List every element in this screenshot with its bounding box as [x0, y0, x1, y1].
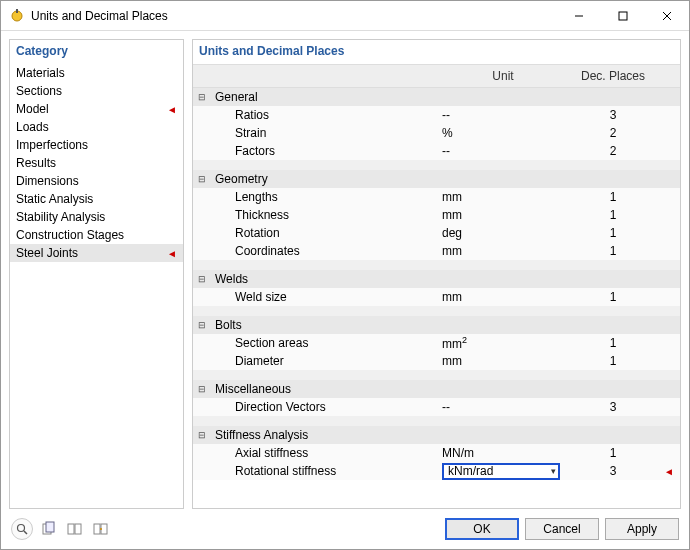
collapse-icon[interactable]: ⊟ [193, 275, 211, 284]
decplaces-cell[interactable]: 2 [568, 126, 658, 140]
setting-row: Coordinatesmm1 [193, 242, 680, 260]
decplaces-cell[interactable]: 1 [568, 446, 658, 460]
titlebar: Units and Decimal Places [1, 1, 689, 31]
unit-cell[interactable]: mm [438, 354, 568, 368]
setting-name: Strain [211, 126, 438, 140]
copy-settings-icon[interactable] [65, 519, 85, 539]
category-label: Stability Analysis [16, 210, 105, 224]
group-name: Miscellaneous [211, 382, 438, 396]
category-item[interactable]: Materials [10, 64, 183, 82]
category-item[interactable]: Construction Stages [10, 226, 183, 244]
setting-row: Axial stiffnessMN/m1 [193, 444, 680, 462]
group-row[interactable]: ⊟Geometry [193, 170, 680, 188]
category-item[interactable]: Sections [10, 82, 183, 100]
unit-dropdown[interactable]: kNm/rad▾ [442, 463, 560, 480]
category-item[interactable]: Imperfections [10, 136, 183, 154]
modified-marker-icon: ◄ [167, 104, 177, 115]
unit-cell[interactable]: % [438, 126, 568, 140]
decplaces-cell[interactable]: 2 [568, 144, 658, 158]
setting-name: Rotation [211, 226, 438, 240]
category-label: Sections [16, 84, 62, 98]
settings-header: Units and Decimal Places [193, 40, 680, 64]
decplaces-cell[interactable]: 1 [568, 208, 658, 222]
decplaces-cell[interactable]: 1 [568, 354, 658, 368]
category-item[interactable]: Results [10, 154, 183, 172]
collapse-icon[interactable]: ⊟ [193, 431, 211, 440]
setting-row: Direction Vectors--3 [193, 398, 680, 416]
group-name: Welds [211, 272, 438, 286]
decplaces-cell[interactable]: 1 [568, 336, 658, 350]
unit-cell[interactable]: mm [438, 290, 568, 304]
modified-marker-icon: ◄ [167, 248, 177, 259]
unit-cell[interactable]: mm [438, 208, 568, 222]
load-profile-icon[interactable] [39, 519, 59, 539]
group-row[interactable]: ⊟Welds [193, 270, 680, 288]
category-item[interactable]: Stability Analysis [10, 208, 183, 226]
close-button[interactable] [645, 1, 689, 30]
unit-cell[interactable]: kNm/rad▾ [438, 463, 568, 480]
setting-name: Diameter [211, 354, 438, 368]
setting-row: Ratios--3 [193, 106, 680, 124]
minimize-button[interactable] [557, 1, 601, 30]
setting-row: Rotationdeg1 [193, 224, 680, 242]
unit-cell[interactable]: deg [438, 226, 568, 240]
svg-rect-3 [619, 12, 627, 20]
maximize-button[interactable] [601, 1, 645, 30]
unit-cell[interactable]: mm [438, 190, 568, 204]
setting-row: Factors--2 [193, 142, 680, 160]
category-label: Loads [16, 120, 49, 134]
decplaces-cell[interactable]: 1 [568, 226, 658, 240]
group-row[interactable]: ⊟Bolts [193, 316, 680, 334]
setting-row: Strain%2 [193, 124, 680, 142]
decplaces-cell[interactable]: 1 [568, 244, 658, 258]
setting-name: Axial stiffness [211, 446, 438, 460]
group-name: General [211, 90, 438, 104]
unit-cell[interactable]: mm2 [438, 335, 568, 351]
paste-settings-icon[interactable] [91, 519, 111, 539]
decplaces-cell[interactable]: 3 [568, 400, 658, 414]
group-row[interactable]: ⊟Stiffness Analysis [193, 426, 680, 444]
collapse-icon[interactable]: ⊟ [193, 175, 211, 184]
group-row[interactable]: ⊟General [193, 88, 680, 106]
setting-name: Section areas [211, 336, 438, 350]
decplaces-cell[interactable]: 1 [568, 290, 658, 304]
dialog-window: Units and Decimal Places Category Materi… [0, 0, 690, 550]
unit-cell[interactable]: mm [438, 244, 568, 258]
category-label: Steel Joints [16, 246, 78, 260]
setting-row: Lengthsmm1 [193, 188, 680, 206]
unit-cell[interactable]: MN/m [438, 446, 568, 460]
category-item[interactable]: Model◄ [10, 100, 183, 118]
collapse-icon[interactable]: ⊟ [193, 93, 211, 102]
setting-name: Thickness [211, 208, 438, 222]
app-icon [9, 8, 25, 24]
group-name: Stiffness Analysis [211, 428, 438, 442]
decplaces-cell[interactable]: 3 [568, 464, 658, 478]
category-item[interactable]: Steel Joints◄ [10, 244, 183, 262]
apply-button[interactable]: Apply [605, 518, 679, 540]
svg-line-7 [24, 531, 27, 534]
category-label: Model [16, 102, 49, 116]
category-label: Imperfections [16, 138, 88, 152]
collapse-icon[interactable]: ⊟ [193, 385, 211, 394]
chevron-down-icon: ▾ [551, 466, 556, 476]
category-item[interactable]: Dimensions [10, 172, 183, 190]
search-icon[interactable] [11, 518, 33, 540]
category-list: MaterialsSectionsModel◄LoadsImperfection… [10, 64, 183, 262]
category-item[interactable]: Loads [10, 118, 183, 136]
setting-row: Rotational stiffnesskNm/rad▾3◄ [193, 462, 680, 480]
window-title: Units and Decimal Places [31, 9, 557, 23]
decplaces-cell[interactable]: 3 [568, 108, 658, 122]
setting-row: Diametermm1 [193, 352, 680, 370]
cancel-button[interactable]: Cancel [525, 518, 599, 540]
group-row[interactable]: ⊟Miscellaneous [193, 380, 680, 398]
svg-rect-12 [94, 524, 100, 534]
category-label: Static Analysis [16, 192, 93, 206]
category-item[interactable]: Static Analysis [10, 190, 183, 208]
collapse-icon[interactable]: ⊟ [193, 321, 211, 330]
unit-cell[interactable]: -- [438, 400, 568, 414]
decplaces-cell[interactable]: 1 [568, 190, 658, 204]
setting-row: Thicknessmm1 [193, 206, 680, 224]
unit-cell[interactable]: -- [438, 108, 568, 122]
ok-button[interactable]: OK [445, 518, 519, 540]
unit-cell[interactable]: -- [438, 144, 568, 158]
